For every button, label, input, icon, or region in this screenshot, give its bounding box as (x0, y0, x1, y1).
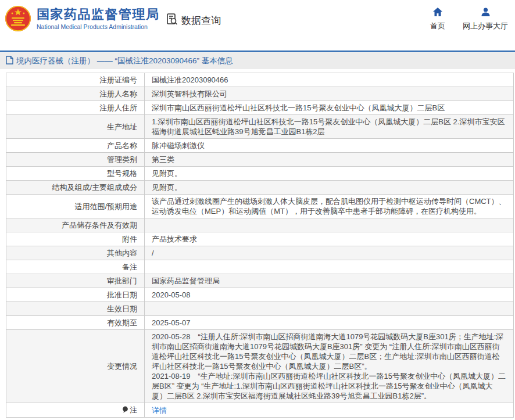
national-emblem-logo (5, 5, 31, 32)
row-value (145, 260, 514, 274)
brand-text: 国家药品监督管理局 National Medical Products Admi… (37, 7, 160, 30)
row-label: 批准日期 (6, 288, 145, 302)
data-query-icon (165, 12, 179, 29)
document-icon (6, 56, 13, 66)
note-icon (122, 405, 128, 415)
row-label: 结构及组成/主要组成成分 (6, 181, 145, 195)
row-label: 注册证编号 (6, 73, 145, 87)
table-row: 注 详情 (6, 403, 514, 418)
table-row: 产品储存条件及有效期 (6, 218, 514, 232)
row-label: 附件 (6, 232, 145, 246)
row-label: 注册人名称 (6, 87, 145, 101)
home-icon (433, 8, 442, 19)
table-row: 产品名称 脉冲磁场刺激仪 (6, 139, 514, 153)
row-label: 型号规格 (6, 167, 145, 181)
breadcrumb: 境内医疗器械（注册） —— “国械注准20203090466” 基本信息 (0, 52, 515, 69)
row-label: 有效期至 (6, 316, 145, 330)
row-label: 其他内容 (6, 246, 145, 260)
nav-online-hall-label: 网上办事大厅 (463, 21, 508, 31)
row-value (145, 218, 514, 232)
table-row: 批准日期 2020-05-08 (6, 288, 514, 302)
org-name-cn: 国家药品监督管理局 (37, 7, 160, 22)
header-divider (0, 51, 515, 52)
row-value: / (145, 246, 514, 260)
org-name-en: National Medical Products Administration (37, 23, 160, 30)
table-row: 生效日期 (6, 302, 514, 316)
row-value: 脉冲磁场刺激仪 (145, 139, 514, 153)
row-label: 产品名称 (6, 139, 145, 153)
table-row: 生产地址 1.深圳市南山区西丽街道松坪山社区科技北一路15号聚友创业中心（凤凰城… (6, 115, 514, 139)
row-label: 适用范围/预期用途 (6, 195, 145, 218)
row-label: 备注 (6, 260, 145, 274)
table-row: 结构及组成/主要组成成分 见附页。 (6, 181, 514, 195)
row-value: 深圳英智科技有限公司 (145, 87, 514, 101)
nav-home[interactable]: 首页 (430, 8, 445, 31)
table-row: 审批部门 国家药品监督管理局 (6, 274, 514, 288)
row-value: 第三类 (145, 153, 514, 167)
details-link[interactable]: 详情 (152, 406, 167, 415)
row-label: 管理类别 (6, 153, 145, 167)
row-value: 见附页。 (145, 167, 514, 181)
row-value[interactable]: 详情 (145, 403, 514, 418)
data-query-label: 数据查询 (181, 14, 221, 27)
row-label: 审批部门 (6, 274, 145, 288)
row-value: 该产品通过刺激线圈产生的磁场刺激人体大脑皮层，配合肌电图仪用于检测中枢运动传导时… (145, 195, 514, 218)
row-label: 产品储存条件及有效期 (6, 218, 145, 232)
table-row: 有效期至 2025-05-07 (6, 316, 514, 330)
nav-home-label: 首页 (430, 21, 445, 31)
table-row: 注册证编号 国械注准20203090466 (6, 73, 514, 87)
table-row: 适用范围/预期用途 该产品通过刺激线圈产生的磁场刺激人体大脑皮层，配合肌电图仪用… (6, 195, 514, 218)
row-value (145, 302, 514, 316)
row-value: 2020-05-08 (145, 288, 514, 302)
row-label: 注 (6, 403, 145, 418)
row-value: 2020-05-28 “注册人住所:深圳市南山区招商街道南海大道1079号花园城… (145, 330, 514, 403)
row-value: 见附页。 (145, 181, 514, 195)
top-nav: 首页 网上办事大厅 (430, 8, 508, 31)
row-value: 国械注准20203090466 (145, 73, 514, 87)
row-label: 注册人住所 (6, 101, 145, 115)
table-row: 其他内容 / (6, 246, 514, 260)
row-label: 生产地址 (6, 115, 145, 139)
table-row: 管理类别 第三类 (6, 153, 514, 167)
row-value: 1.深圳市南山区西丽街道松坪山社区科技北一路15号聚友创业中心（凤凰城大厦）二层… (145, 115, 514, 139)
table-row: 注册人住所 深圳市南山区西丽街道松坪山社区科技北一路15号聚友创业中心（凤凰城大… (6, 101, 514, 115)
brand: 国家药品监督管理局 National Medical Products Admi… (5, 5, 160, 32)
breadcrumb-text: 境内医疗器械（注册） —— “国械注准20203090466” 基本信息 (16, 56, 233, 66)
nav-online-hall[interactable]: 网上办事大厅 (463, 8, 508, 31)
row-value: 产品技术要求 (145, 232, 514, 246)
table-row: 备注 (6, 260, 514, 274)
table-row: 型号规格 见附页。 (6, 167, 514, 181)
row-value: 深圳市南山区西丽街道松坪山社区科技北一路15号聚友创业中心（凤凰城大厦）二层B区 (145, 101, 514, 115)
row-value: 国家药品监督管理局 (145, 274, 514, 288)
registration-info-table: 注册证编号 国械注准20203090466 注册人名称 深圳英智科技有限公司 注… (6, 73, 514, 418)
table-row: 注册人名称 深圳英智科技有限公司 (6, 87, 514, 101)
site-header: 国家药品监督管理局 National Medical Products Admi… (0, 0, 515, 51)
row-label: 变更情况 (6, 330, 145, 403)
row-label: 生效日期 (6, 302, 145, 316)
table-row: 附件 产品技术要求 (6, 232, 514, 246)
table-row: 变更情况 2020-05-28 “注册人住所:深圳市南山区招商街道南海大道107… (6, 330, 514, 403)
row-value: 2025-05-07 (145, 316, 514, 330)
person-icon (481, 8, 490, 19)
data-query-heading: 数据查询 (165, 12, 221, 29)
